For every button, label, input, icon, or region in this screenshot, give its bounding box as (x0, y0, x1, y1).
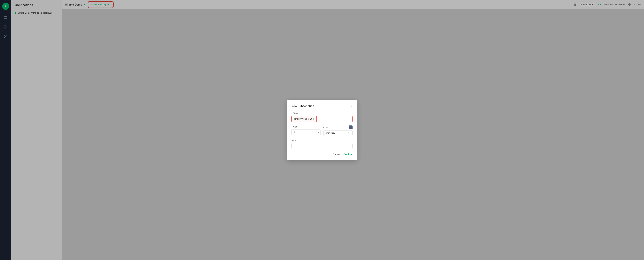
topic-input[interactable] (317, 116, 352, 122)
modal-footer: Cancel Confirm (292, 153, 352, 156)
color-field-wrapper: #525D7D ↻ (323, 131, 352, 136)
modal-title: New Subscription (292, 105, 314, 108)
qos-label: * QoS (292, 125, 321, 128)
alias-form-group: Alias (292, 139, 352, 149)
modal-header: New Subscription × (292, 104, 352, 108)
qos-select[interactable]: 0 1 2 (292, 129, 321, 135)
required-indicator: * (292, 112, 292, 115)
modal-overlay: New Subscription × * Topic sensor/+/temp… (12, 0, 644, 260)
topic-form-group: * Topic sensor/+/temperature (292, 112, 352, 122)
main-content: Connections Simple Demo@broker.emqx.io:8… (12, 0, 644, 260)
alias-input[interactable] (292, 143, 352, 149)
confirm-button[interactable]: Confirm (344, 153, 352, 156)
qos-select-wrapper: 0 1 2 ▾ (292, 129, 321, 135)
color-form-group: Color #525D7D ↻ (323, 125, 352, 136)
qos-form-group: * QoS 0 1 2 ▾ (292, 125, 321, 136)
color-hex-value: #525D7D (326, 132, 347, 135)
color-refresh-icon[interactable]: ↻ (348, 132, 350, 135)
cancel-button[interactable]: Cancel (333, 153, 340, 156)
color-label: Color (323, 126, 328, 129)
qos-color-row: * QoS 0 1 2 ▾ (292, 125, 352, 136)
modal-close-button[interactable]: × (350, 104, 352, 108)
new-subscription-modal: New Subscription × * Topic sensor/+/temp… (287, 100, 357, 160)
topic-input-wrapper: sensor/+/temperature (292, 116, 352, 122)
right-panel: Simple Demo ▼ + New Subscription ☰ ○ Pla… (62, 0, 644, 260)
qos-required-indicator: * (292, 125, 292, 128)
alias-label: Alias (292, 139, 352, 142)
color-swatch[interactable] (349, 125, 352, 129)
topic-input-highlighted[interactable]: sensor/+/temperature (292, 116, 317, 122)
topic-label: * Topic (292, 112, 352, 115)
